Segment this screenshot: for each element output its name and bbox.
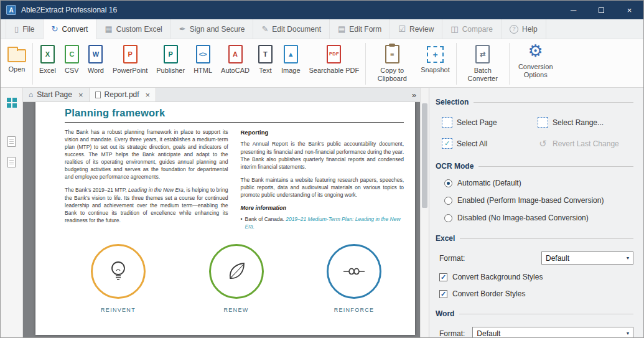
reporting-heading: Reporting: [241, 128, 404, 136]
paragraph: The Bank maintains a website featuring r…: [241, 176, 404, 199]
scrollbar-thumb[interactable]: [422, 103, 427, 208]
paragraph: The Annual Report is the Bank’s public a…: [241, 140, 404, 170]
title-rule: [65, 122, 404, 123]
convert-background-styles-checkbox[interactable]: ✓ Convert Background Styles: [439, 273, 633, 281]
tool-label: Batch Converter: [463, 67, 503, 82]
ocr-disabled-radio[interactable]: Disabled (No Image-based Conversion): [444, 213, 633, 223]
convert-to-autocad-button[interactable]: A AutoCAD: [217, 40, 254, 87]
close-tab-icon[interactable]: ×: [78, 91, 83, 99]
tool-label: Excel: [39, 67, 56, 74]
reference-item: • Bank of Canada. 2019–21 Medium-Term Pl…: [241, 215, 404, 230]
tab-label: Edit Form: [349, 25, 381, 34]
reinvent-ring: [91, 244, 146, 299]
convert-to-html-button[interactable]: <> HTML: [189, 40, 217, 87]
doc-tab-report-pdf[interactable]: Report.pdf ×: [90, 88, 157, 101]
ocr-enabled-radio[interactable]: Enabled (Perform Image-based Conversion): [444, 195, 633, 205]
checkbox-label: Convert Background Styles: [452, 273, 543, 281]
pdf-file-icon: PDF: [327, 45, 341, 63]
select-range-icon: [538, 117, 548, 128]
tool-label: PowerPoint: [113, 67, 147, 74]
csv-file-icon: C: [65, 45, 79, 63]
thumbnails-panel-button[interactable]: [7, 98, 17, 108]
conversion-options-button[interactable]: ⚙ Conversion Options: [511, 40, 560, 87]
copy-to-clipboard-button[interactable]: ≡ Copy to Clipboard: [368, 40, 416, 87]
button-label: Select Range...: [553, 118, 604, 127]
more-information-heading: More information: [241, 204, 404, 212]
tool-label: Searchable PDF: [309, 67, 360, 74]
convert-to-text-button[interactable]: T Text: [254, 40, 277, 87]
tab-label: Convert: [62, 25, 88, 34]
revert-last-change-button[interactable]: ↺ Revert Last Change: [538, 138, 633, 149]
powerpoint-file-icon: P: [123, 45, 138, 63]
home-icon: ⌂: [29, 91, 33, 98]
window-title: Able2Extract Professional 16: [21, 6, 117, 14]
tab-custom-excel[interactable]: ▦Custom Excel: [96, 19, 170, 39]
maximize-icon: [599, 7, 604, 13]
tab-edit-document[interactable]: ✎Edit Document: [253, 19, 330, 39]
select-all-button[interactable]: ✓ Select All: [442, 138, 535, 149]
close-button[interactable]: ×: [615, 1, 643, 19]
ocr-mode-section-header: OCR Mode: [436, 162, 633, 171]
tab-sign-and-secure[interactable]: ✒Sign and Secure: [171, 19, 254, 39]
convert-to-publisher-button[interactable]: P Publisher: [152, 40, 189, 87]
tool-label: Open: [9, 65, 26, 73]
radio-label: Enabled (Perform Image-based Conversion): [457, 196, 604, 205]
convert-to-image-button[interactable]: ▲ Image: [277, 40, 305, 87]
convert-to-word-button[interactable]: W Word: [83, 40, 108, 87]
left-sidebar: [1, 88, 23, 337]
tab-label: Edit Document: [272, 25, 321, 34]
close-tab-icon[interactable]: ×: [146, 91, 151, 99]
open-button[interactable]: Open: [3, 40, 30, 87]
tab-convert[interactable]: ↻Convert: [44, 19, 97, 39]
tool-label: HTML: [194, 67, 212, 74]
lightbulb-icon: [104, 257, 133, 286]
select-page-button[interactable]: Select Page: [442, 117, 535, 128]
snapshot-button[interactable]: + Snapshot: [416, 40, 454, 87]
word-format-label: Format:: [439, 329, 465, 338]
text-file-icon: T: [258, 45, 273, 63]
pdf-page-icon: [95, 92, 101, 98]
tab-edit-form[interactable]: ▤Edit Form: [330, 19, 390, 39]
convert-to-powerpoint-button[interactable]: P PowerPoint: [108, 40, 152, 87]
document-scrollbar[interactable]: [420, 88, 429, 337]
image-file-icon: ▲: [284, 45, 298, 63]
gear-icon: ⚙: [528, 43, 543, 60]
document-viewport[interactable]: Planning framework The Bank has a robust…: [23, 102, 420, 337]
tab-compare[interactable]: ◫Compare: [442, 19, 502, 39]
maximize-button[interactable]: [587, 1, 615, 19]
minimize-button[interactable]: ─: [559, 1, 587, 19]
doc-tab-start-page[interactable]: ⌂ Start Page ×: [23, 88, 90, 101]
tab-review[interactable]: ☑Review: [390, 19, 442, 39]
pdf-page[interactable]: Planning framework The Bank has a robust…: [35, 102, 415, 335]
convert-to-csv-button[interactable]: C CSV: [60, 40, 83, 87]
toolbar-separator: [509, 43, 510, 85]
batch-converter-button[interactable]: ⇄ Batch Converter: [459, 40, 507, 87]
word-format-dropdown[interactable]: Default ▼: [472, 327, 633, 337]
tab-overflow-chevrons[interactable]: »: [412, 90, 416, 100]
chevron-down-icon: ▼: [623, 331, 633, 336]
page-icon: [7, 157, 16, 167]
tool-label: CSV: [65, 67, 79, 74]
convert-to-excel-button[interactable]: X Excel: [35, 40, 60, 87]
thumbnails-grid-icon: [7, 98, 17, 108]
grid-icon: ▦: [105, 25, 112, 33]
pages-panel-button[interactable]: [7, 136, 16, 147]
tab-help[interactable]: ?Help: [502, 19, 546, 39]
excel-format-dropdown[interactable]: Default ▼: [541, 251, 633, 265]
select-range-button[interactable]: Select Range...: [538, 117, 633, 128]
convert-to-searchable-pdf-button[interactable]: PDF Searchable PDF: [305, 40, 364, 87]
tab-file[interactable]: ▯File: [6, 19, 44, 39]
pen-nib-icon: ✒: [179, 25, 186, 33]
radio-label: Automatic (Default): [457, 179, 521, 187]
button-label: Select Page: [457, 118, 497, 127]
attachments-panel-button[interactable]: [7, 157, 16, 167]
badge-reinforce: REINFORCE: [307, 244, 401, 313]
toolbar-separator: [32, 43, 33, 85]
app-window: A Able2Extract Professional 16 ─ × ▯File…: [0, 0, 644, 338]
file-icon: ▯: [14, 25, 19, 33]
convert-border-styles-checkbox[interactable]: ✓ Convert Border Styles: [439, 289, 633, 298]
radio-selected-icon: [444, 179, 452, 187]
checkbox-label: Convert Border Styles: [452, 289, 525, 298]
doc-tab-label: Start Page: [37, 90, 72, 99]
ocr-automatic-radio[interactable]: Automatic (Default): [444, 178, 633, 188]
